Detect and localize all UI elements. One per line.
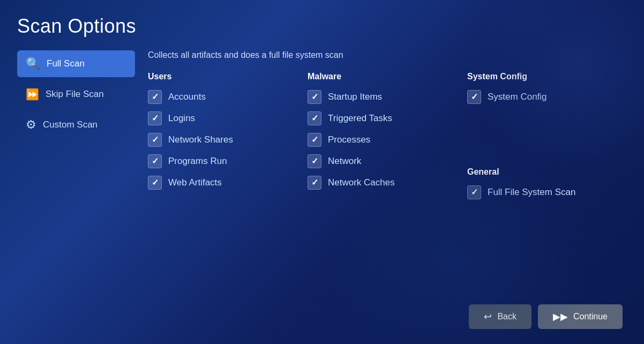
label-processes: Processes — [328, 134, 370, 145]
checkbox-full-file-system-scan[interactable]: ✓ — [467, 185, 481, 199]
checkbox-programs-run[interactable]: ✓ — [148, 154, 162, 168]
option-full-file-system-scan[interactable]: ✓ Full File System Scan — [467, 185, 627, 199]
skip-file-scan-icon: ⏩ — [26, 88, 39, 101]
sidebar-item-skip-file-scan[interactable]: ⏩ Skip File Scan — [17, 81, 135, 107]
label-network-shares: Network Shares — [168, 134, 233, 145]
label-web-artifacts: Web Artifacts — [168, 177, 222, 188]
continue-label: Continue — [573, 312, 608, 321]
sidebar-label-full-scan: Full Scan — [47, 58, 85, 69]
option-logins[interactable]: ✓ Logins — [148, 111, 308, 125]
option-triggered-tasks[interactable]: ✓ Triggered Tasks — [308, 111, 467, 125]
column-malware: Malware ✓ Startup Items ✓ Triggered Task… — [308, 72, 467, 296]
label-logins: Logins — [168, 113, 195, 124]
option-startup-items[interactable]: ✓ Startup Items — [308, 90, 467, 104]
check-processes: ✓ — [311, 136, 318, 144]
main-content: 🔍 Full Scan ⏩ Skip File Scan ⚙ Custom Sc… — [17, 50, 627, 329]
sidebar: 🔍 Full Scan ⏩ Skip File Scan ⚙ Custom Sc… — [17, 50, 135, 329]
column-system-config: System Config ✓ System Config General — [467, 72, 627, 296]
checkbox-network-caches[interactable]: ✓ — [308, 176, 321, 190]
checkbox-web-artifacts[interactable]: ✓ — [148, 176, 162, 190]
options-grid: Users ✓ Accounts ✓ Logins — [148, 72, 627, 296]
option-accounts[interactable]: ✓ Accounts — [148, 90, 308, 104]
label-triggered-tasks: Triggered Tasks — [328, 113, 392, 124]
option-web-artifacts[interactable]: ✓ Web Artifacts — [148, 176, 308, 190]
bottom-bar: ↩ Back ▶▶ Continue — [148, 296, 627, 329]
sidebar-label-custom-scan: Custom Scan — [43, 119, 98, 130]
checkbox-processes[interactable]: ✓ — [308, 133, 321, 147]
option-processes[interactable]: ✓ Processes — [308, 133, 467, 147]
back-label: Back — [497, 312, 516, 321]
back-icon: ↩ — [484, 311, 492, 323]
back-button[interactable]: ↩ Back — [469, 304, 531, 329]
checkbox-startup-items[interactable]: ✓ — [308, 90, 321, 104]
spacer-2 — [467, 139, 627, 160]
check-accounts: ✓ — [152, 93, 159, 101]
label-programs-run: Programs Run — [168, 156, 227, 167]
check-network: ✓ — [311, 157, 318, 166]
label-accounts: Accounts — [168, 92, 206, 102]
header-malware: Malware — [308, 72, 467, 85]
check-network-shares: ✓ — [152, 136, 159, 144]
checkbox-network[interactable]: ✓ — [308, 154, 321, 168]
right-panel: Collects all artifacts and does a full f… — [135, 50, 627, 329]
continue-button[interactable]: ▶▶ Continue — [538, 304, 623, 329]
column-users: Users ✓ Accounts ✓ Logins — [148, 72, 308, 296]
option-system-config[interactable]: ✓ System Config — [467, 90, 627, 104]
full-scan-icon: 🔍 — [26, 57, 40, 71]
check-network-caches: ✓ — [311, 178, 318, 187]
checkbox-triggered-tasks[interactable]: ✓ — [308, 111, 321, 125]
header-general: General — [467, 167, 627, 180]
checkbox-network-shares[interactable]: ✓ — [148, 133, 162, 147]
option-network[interactable]: ✓ Network — [308, 154, 467, 168]
check-startup-items: ✓ — [311, 93, 318, 101]
header-system-config: System Config — [467, 72, 627, 85]
page-title: Scan Options — [17, 15, 627, 38]
option-network-caches[interactable]: ✓ Network Caches — [308, 176, 467, 190]
option-programs-run[interactable]: ✓ Programs Run — [148, 154, 308, 168]
check-full-file-system-scan: ✓ — [471, 188, 478, 197]
checkbox-system-config[interactable]: ✓ — [467, 90, 481, 104]
scan-description: Collects all artifacts and does a full f… — [148, 50, 627, 60]
label-system-config: System Config — [488, 92, 547, 102]
check-system-config: ✓ — [471, 93, 478, 101]
checkbox-logins[interactable]: ✓ — [148, 111, 162, 125]
continue-icon: ▶▶ — [553, 311, 568, 323]
check-triggered-tasks: ✓ — [311, 114, 318, 123]
main-container: Scan Options 🔍 Full Scan ⏩ Skip File Sca… — [0, 0, 644, 344]
sidebar-item-full-scan[interactable]: 🔍 Full Scan — [17, 50, 135, 77]
sidebar-label-skip-file-scan: Skip File Scan — [46, 89, 104, 100]
sidebar-item-custom-scan[interactable]: ⚙ Custom Scan — [17, 111, 135, 138]
checkbox-accounts[interactable]: ✓ — [148, 90, 162, 104]
option-network-shares[interactable]: ✓ Network Shares — [148, 133, 308, 147]
header-users: Users — [148, 72, 308, 85]
label-startup-items: Startup Items — [328, 92, 382, 102]
check-logins: ✓ — [152, 114, 159, 123]
spacer-1 — [467, 111, 627, 132]
label-network: Network — [328, 156, 361, 167]
custom-scan-icon: ⚙ — [26, 118, 36, 132]
check-web-artifacts: ✓ — [152, 178, 159, 187]
label-network-caches: Network Caches — [328, 177, 395, 188]
label-full-file-system-scan: Full File System Scan — [488, 187, 575, 198]
check-programs-run: ✓ — [152, 157, 159, 166]
